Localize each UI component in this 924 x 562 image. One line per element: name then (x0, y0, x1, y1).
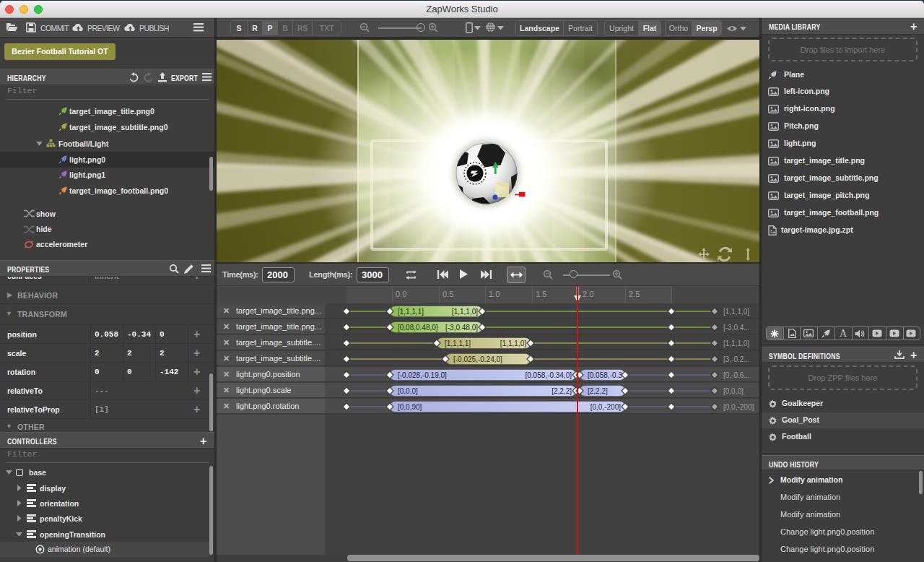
svg-text:[2,2,2]: [2,2,2] (552, 387, 572, 395)
svg-text:[0,0,0]: [0,0,0] (723, 387, 744, 395)
svg-text:[1,1,1,0]: [1,1,1,0] (723, 340, 749, 347)
svg-text:[0,0,-200]: [0,0,-200] (590, 403, 621, 411)
svg-text:[1,1,1,1]: [1,1,1,1] (445, 340, 471, 347)
svg-text:[1,1,1,0]: [1,1,1,0] (723, 308, 749, 316)
svg-text:[1,1,1,0]: [1,1,1,0] (452, 308, 478, 316)
svg-text:[0,-0.6...: [0,-0.6... (723, 371, 750, 379)
svg-text:[2,2,2]: [2,2,2] (588, 387, 608, 395)
svg-text:[3,-0.2...: [3,-0.2... (723, 355, 750, 363)
svg-text:[0.058,-0.3: [0.058,-0.3 (588, 371, 622, 379)
svg-text:[-0.025,-0.24,0]: [-0.025,-0.24,0] (453, 355, 502, 363)
svg-text:[0,0,-200]: [0,0,-200] (723, 403, 754, 411)
svg-text:[0.058,-0.34,0]: [0.058,-0.34,0] (526, 371, 572, 379)
svg-text:[-3,0.4...: [-3,0.4... (723, 324, 750, 332)
svg-text:[1,1,1,1]: [1,1,1,1] (398, 308, 424, 316)
svg-text:[1,1,1,0]: [1,1,1,0] (500, 340, 526, 347)
svg-text:[0,0,90]: [0,0,90] (398, 403, 422, 411)
svg-text:[-0.028,-0.19,0]: [-0.028,-0.19,0] (398, 371, 447, 379)
svg-text:[0,0,0]: [0,0,0] (398, 387, 418, 395)
svg-text:[0.08,0.48,0]: [0.08,0.48,0] (398, 324, 438, 332)
svg-text:[-3,0.48,0]: [-3,0.48,0] (445, 324, 478, 332)
